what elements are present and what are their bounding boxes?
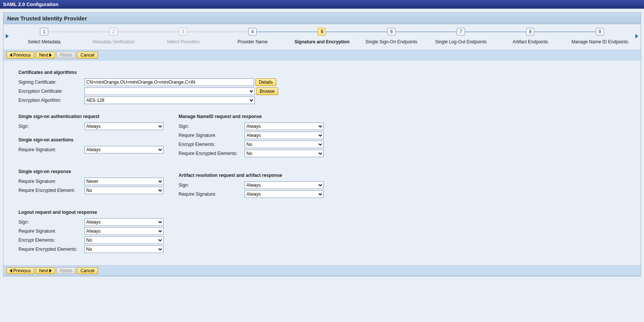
step-number: 6 [387,28,396,35]
form-area: Certificates and algorithms Signing Cert… [3,60,641,265]
wizard-step-6[interactable]: 6Single Sign-On Endpoints [357,28,426,44]
sso-auth-title: Single sign-on authentication request [18,114,164,119]
wizard-step-3[interactable]: 3Select Providers [148,28,218,44]
logout-sign-select[interactable]: Always [84,218,164,226]
sso-resp-reqenc-select[interactable]: No [84,187,164,194]
step-number: 8 [526,28,534,35]
details-button[interactable]: Details [255,78,276,86]
previous-button-bottom[interactable]: Previous [6,267,34,274]
logout-sign-label: Sign: [18,219,84,225]
sso-assert-reqsig-label: Require Signature: [18,147,84,152]
wizard-roadmap: 1Select Metadata2Metadata Verification3S… [3,24,641,50]
triangle-right-icon [49,53,52,57]
step-label: Single Sign-On Endpoints [357,39,426,44]
sso-auth-sign-select[interactable]: Always [84,123,164,130]
artifact-reqsig-label: Require Signature: [179,192,245,197]
roadmap-end-icon [635,34,638,38]
app-title: SAML 2.0 Configuration [0,0,644,9]
step-number: 1 [40,28,48,35]
triangle-left-icon [10,53,12,57]
sso-auth-sign-label: Sign: [18,124,84,129]
step-label: Single Log-Out Endpoints [426,39,496,44]
step-number: 3 [179,28,187,35]
artifact-sign-label: Sign: [179,182,245,188]
artifact-sign-select[interactable]: Always [245,181,324,189]
nameid-reqsig-select[interactable]: Always [245,132,324,139]
step-label: Metadata Verification [79,39,148,44]
encryption-algorithm-label: Encryption Algorithm: [18,98,84,103]
nameid-reqsig-label: Require Signature: [179,133,245,138]
nameid-reqenc-label: Require Encrypted Elements: [179,151,245,156]
wizard-step-7[interactable]: 7Single Log-Out Endpoints [426,28,496,44]
wizard-step-1[interactable]: 1Select Metadata [9,28,79,44]
next-button[interactable]: Next [36,52,55,58]
step-number: 2 [109,28,118,35]
step-label: Select Providers [148,39,218,44]
encryption-certificate-label: Encryption Certificate: [18,89,84,94]
nameid-sign-label: Sign: [179,124,245,129]
logout-reqenc-label: Require Encrypted Elements: [18,247,84,252]
artifact-title: Artifact resolution request and artifact… [179,173,324,178]
step-number: 5 [318,28,326,35]
finish-button-bottom[interactable]: Finish [57,267,75,274]
wizard-step-4[interactable]: 4Provider Name [218,28,287,44]
sso-resp-title: Single sign-on response [18,169,164,174]
step-label: Artifact Endpoints [496,39,565,44]
wizard-step-2[interactable]: 2Metadata Verification [79,28,148,44]
sso-resp-reqenc-label: Require Encrypted Element: [18,188,84,193]
nameid-enc-select[interactable]: No [245,141,324,148]
nameid-title: Manage NameID request and response [179,114,324,119]
wizard-panel: New Trusted Identity Provider 1Select Me… [3,12,641,276]
cancel-button-bottom[interactable]: Cancel [77,267,98,274]
wizard-step-9[interactable]: 9Manage Name ID Endpoints [565,28,635,44]
wizard-step-5[interactable]: 5Signature and Encryption [287,28,356,44]
sso-assert-reqsig-select[interactable]: Always [84,146,164,153]
panel-title: New Trusted Identity Provider [3,13,641,24]
button-bar-top: Previous Next Finish Cancel [3,50,641,60]
nameid-reqenc-select[interactable]: No [245,150,324,157]
step-number: 4 [248,28,257,35]
sso-resp-reqsig-select[interactable]: Never [84,178,164,185]
encryption-algorithm-select[interactable]: AES-128 [84,97,255,104]
nameid-sign-select[interactable]: Always [245,123,324,130]
artifact-reqsig-select[interactable]: Always [245,190,324,198]
signing-certificate-label: Signing Certificate: [18,80,84,85]
step-label: Manage Name ID Endpoints [565,39,635,44]
step-number: 7 [457,28,465,35]
previous-button[interactable]: Previous [6,52,34,58]
triangle-right-icon [49,269,52,273]
button-bar-bottom: Previous Next Finish Cancel [3,265,641,276]
wizard-step-8[interactable]: 8Artifact Endpoints [496,28,565,44]
logout-reqenc-select[interactable]: No [84,245,164,253]
next-button-bottom[interactable]: Next [36,267,55,274]
step-number: 9 [596,28,604,35]
logout-enc-label: Encrypt Elements: [18,238,84,243]
triangle-left-icon [10,269,12,273]
step-label: Select Metadata [9,39,79,44]
browse-button[interactable]: Browse [256,87,278,95]
finish-button[interactable]: Finish [57,52,75,58]
cancel-button[interactable]: Cancel [77,52,98,58]
nameid-enc-label: Encrypt Elements: [179,142,245,147]
encryption-certificate-select[interactable] [84,87,255,95]
sso-resp-reqsig-label: Require Signature: [18,179,84,184]
step-label: Signature and Encryption [287,39,356,44]
logout-reqsig-select[interactable]: Always [84,227,164,235]
certificates-section-title: Certificates and algorithms [18,70,629,75]
logout-reqsig-label: Require Signature: [18,228,84,234]
step-label: Provider Name [218,39,287,44]
roadmap-start-icon [6,34,9,38]
sso-assert-title: Single sign-on assertions [18,137,164,143]
signing-certificate-field[interactable] [84,78,254,86]
logout-title: Logout request and logout response [18,210,164,215]
logout-enc-select[interactable]: No [84,236,164,244]
